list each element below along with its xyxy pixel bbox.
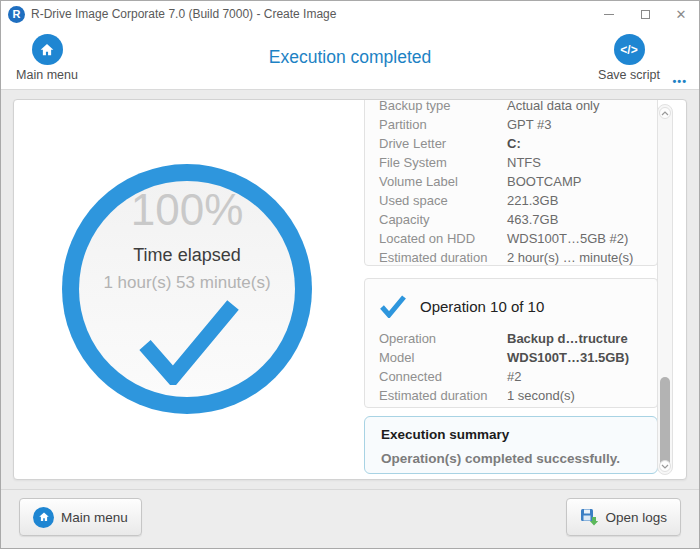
time-elapsed-caption: Time elapsed [133, 245, 240, 266]
scroll-down-icon[interactable] [659, 460, 671, 472]
table-row: Estimated duration 1 second(s) [379, 386, 643, 405]
save-script-button[interactable]: </> Save script [597, 34, 661, 82]
row-value: WDS100T…31.5GB) [507, 350, 629, 365]
table-row: File System NTFS [379, 153, 643, 172]
minimize-icon [604, 14, 614, 15]
progress-percent: 100% [131, 185, 244, 235]
operation-rows: Operation Backup d…tructure Model WDS100… [379, 329, 643, 405]
details-pane: Backup type Actual data only Partition G… [364, 100, 660, 479]
row-value: C: [507, 136, 521, 151]
progress-circle: 100% Time elapsed 1 hour(s) 53 minute(s) [62, 164, 312, 414]
header: Main menu Execution completed </> Save s… [1, 27, 699, 89]
close-icon: ✕ [676, 8, 687, 21]
home-icon [33, 507, 54, 528]
row-label: Volume Label [379, 174, 507, 189]
row-label: Estimated duration [379, 388, 507, 403]
app-window: R R-Drive Image Corporate 7.0 (Build 700… [0, 0, 700, 549]
execution-summary-card: Execution summary Operation(s) completed… [364, 416, 658, 474]
table-row: Volume Label BOOTCAMP [379, 172, 643, 191]
open-logs-button[interactable]: Open logs [566, 498, 681, 536]
code-glyph: </> [620, 43, 637, 57]
table-row: Backup type Actual data only [379, 100, 643, 115]
row-value: NTFS [507, 155, 541, 170]
table-row: Connected #2 [379, 367, 643, 386]
row-label: File System [379, 155, 507, 170]
row-value: WDS100T…5GB #2) [507, 231, 628, 246]
row-value: BOOTCAMP [507, 174, 581, 189]
row-label: Model [379, 350, 507, 365]
row-value: Backup d…tructure [507, 331, 628, 346]
maximize-button[interactable] [627, 1, 663, 27]
titlebar: R R-Drive Image Corporate 7.0 (Build 700… [1, 1, 699, 27]
table-row: Estimated duration 2 hour(s) … minute(s) [379, 248, 643, 267]
row-value: 2 hour(s) … minute(s) [507, 250, 633, 265]
scrollbar-thumb[interactable] [660, 377, 670, 469]
page-title: Execution completed [1, 47, 699, 68]
footer-bar: Main menu Open logs [1, 489, 699, 548]
table-row: Located on HDD WDS100T…5GB #2) [379, 229, 643, 248]
row-label: Located on HDD [379, 231, 507, 246]
row-value: #2 [507, 369, 521, 384]
more-options-icon[interactable]: ••• [672, 75, 687, 87]
maximize-icon [641, 10, 650, 19]
table-row: Operation Backup d…tructure [379, 329, 643, 348]
table-row: Used space 221.3GB [379, 191, 643, 210]
backup-details-rows: Backup type Actual data only Partition G… [379, 100, 643, 267]
window-title: R-Drive Image Corporate 7.0 (Build 7000)… [31, 7, 336, 21]
table-row: Model WDS100T…31.5GB) [379, 348, 643, 367]
main-panel: 100% Time elapsed 1 hour(s) 53 minute(s) [13, 99, 687, 480]
main-menu-label: Main menu [15, 68, 79, 82]
row-value: 1 second(s) [507, 388, 575, 403]
operation-check-icon [379, 294, 407, 318]
summary-title: Execution summary [381, 425, 641, 445]
operation-card: Operation 10 of 10 Operation Backup d…tr… [364, 278, 658, 408]
row-label: Used space [379, 193, 507, 208]
backup-details-card: Backup type Actual data only Partition G… [364, 100, 658, 266]
row-label: Connected [379, 369, 507, 384]
operation-title: Operation 10 of 10 [420, 298, 544, 315]
scroll-up-icon[interactable] [659, 107, 671, 119]
open-logs-button-label: Open logs [605, 510, 667, 525]
scrollbar[interactable] [657, 104, 673, 475]
summary-message: Operation(s) completed successfully. [381, 449, 641, 469]
code-icon: </> [614, 34, 645, 65]
table-row: Partition GPT #3 [379, 115, 643, 134]
table-row: Capacity 463.7GB [379, 210, 643, 229]
minimize-button[interactable] [591, 1, 627, 27]
main-menu-button-label: Main menu [61, 510, 128, 525]
content-area: 100% Time elapsed 1 hour(s) 53 minute(s) [1, 89, 699, 548]
save-script-label: Save script [597, 68, 661, 82]
main-menu-button[interactable]: Main menu [19, 498, 142, 536]
success-check-icon [133, 297, 241, 385]
row-label: Drive Letter [379, 136, 507, 151]
app-logo-icon: R [8, 6, 25, 23]
table-row: Drive Letter C: [379, 134, 643, 153]
row-value: GPT #3 [507, 117, 552, 132]
time-elapsed-value: 1 hour(s) 53 minute(s) [103, 273, 270, 293]
row-label: Capacity [379, 212, 507, 227]
row-label: Backup type [379, 100, 507, 113]
row-value: Actual data only [507, 100, 600, 113]
row-value: 221.3GB [507, 193, 558, 208]
row-label: Estimated duration [379, 250, 507, 265]
logs-icon [580, 508, 598, 526]
row-label: Operation [379, 331, 507, 346]
row-value: 463.7GB [507, 212, 558, 227]
close-button[interactable]: ✕ [663, 1, 699, 27]
row-label: Partition [379, 117, 507, 132]
